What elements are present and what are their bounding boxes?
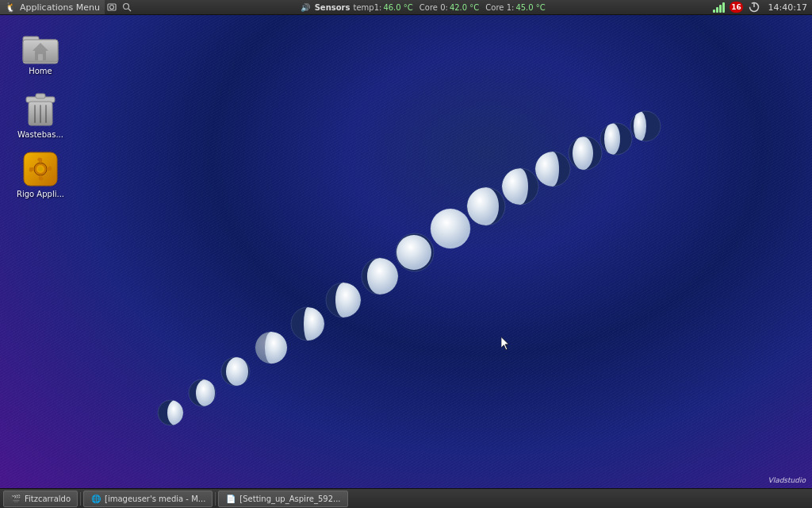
taskbar: 🎬 Fitzcarraldo 🌐 [imageuser's media - M.… (0, 488, 812, 508)
top-panel: 🐧 Applications Menu 🔊 Sensors (0, 0, 812, 15)
svg-line-3 (128, 9, 131, 11)
sensors-area: 🔊 Sensors temp1: 46.0 °C Core 0: 42.0 °C… (301, 3, 546, 12)
screenshot-button[interactable] (105, 0, 120, 15)
svg-point-66 (634, 111, 646, 141)
setting-aspire-favicon: 📄 (225, 493, 236, 504)
svg-point-51 (431, 209, 470, 248)
desktop: 🐧 Applications Menu 🔊 Sensors (0, 0, 812, 508)
setting-aspire-label: [Setting_up_Aspire_592... (239, 495, 340, 503)
taskbar-separator-1 (80, 492, 81, 506)
power-button[interactable] (746, 0, 762, 15)
svg-point-55 (502, 168, 538, 205)
panel-right: 16 14:40:17 (711, 0, 812, 14)
svg-point-40 (255, 332, 287, 364)
svg-point-59 (569, 137, 602, 170)
svg-point-60 (573, 137, 593, 170)
rigo-icon-image (21, 150, 59, 188)
wifi-bars (713, 2, 725, 13)
svg-point-37 (221, 357, 250, 386)
home-icon[interactable]: Home (12, 24, 69, 79)
svg-point-57 (535, 152, 570, 187)
imageuser-label: [imageuser's media - M... (105, 495, 205, 503)
svg-marker-67 (501, 337, 508, 349)
svg-point-61 (600, 123, 632, 155)
svg-point-54 (502, 168, 538, 205)
svg-point-44 (326, 283, 361, 318)
home-label: Home (29, 67, 52, 76)
mouse-cursor (501, 337, 511, 351)
svg-point-49 (396, 233, 434, 271)
svg-point-52 (467, 187, 505, 225)
svg-point-33 (189, 379, 216, 406)
fitzcarraldo-favicon: 🎬 (10, 493, 21, 504)
svg-point-53 (467, 187, 505, 225)
apps-menu-label: Applications Menu (20, 2, 100, 13)
svg-point-56 (535, 152, 570, 187)
network-icon[interactable] (711, 0, 727, 15)
wastebasket-icon[interactable]: Wastebas... (12, 87, 69, 143)
svg-point-47 (362, 258, 398, 294)
svg-point-2 (124, 4, 129, 10)
svg-point-58 (569, 137, 602, 170)
apps-menu-button[interactable]: 🐧 Applications Menu (0, 0, 105, 14)
search-button[interactable] (120, 0, 135, 15)
panel-left: 🐧 Applications Menu (0, 0, 135, 14)
svg-point-43 (291, 307, 324, 341)
svg-point-30 (158, 400, 183, 425)
moon-phases-decoration (151, 103, 706, 460)
core0-value: 42.0 °C (450, 3, 479, 12)
notification-count: 16 (730, 2, 743, 13)
svg-point-38 (226, 357, 248, 386)
wastebasket-label: Wastebas... (17, 130, 63, 140)
imageuser-favicon: 🌐 (90, 493, 102, 504)
svg-point-36 (221, 357, 250, 386)
volume-icon: 🔊 (301, 3, 310, 12)
svg-rect-11 (38, 54, 43, 60)
core1-value: 45.0 °C (515, 3, 545, 12)
sensors-label: Sensors (315, 3, 350, 12)
fitzcarraldo-label: Fitzcarraldo (25, 495, 71, 503)
svg-point-48 (396, 233, 434, 271)
temp1-value: 46.0 °C (383, 3, 412, 12)
taskbar-item-imageuser[interactable]: 🌐 [imageuser's media - M... (83, 491, 213, 507)
home-icon-image (21, 27, 59, 65)
svg-point-29 (38, 167, 43, 171)
core0-label: Core 0: (419, 3, 448, 12)
watermark-text: Vladstudio (768, 476, 806, 484)
rigo-appli-icon[interactable]: Rigo Appli... (12, 147, 69, 202)
svg-point-50 (396, 235, 431, 270)
rigo-label: Rigo Appli... (17, 190, 64, 199)
svg-point-31 (158, 400, 183, 425)
svg-point-62 (600, 123, 632, 155)
svg-point-35 (196, 379, 215, 406)
notification-area[interactable]: 16 (729, 0, 745, 15)
svg-point-34 (189, 379, 216, 406)
taskbar-item-setting-aspire[interactable]: 📄 [Setting_up_Aspire_592... (218, 491, 347, 507)
svg-point-32 (167, 400, 183, 425)
temp1-label: temp1: (353, 3, 381, 12)
svg-point-45 (326, 283, 361, 318)
svg-point-65 (630, 111, 661, 141)
taskbar-separator-2 (215, 492, 216, 506)
svg-point-63 (604, 123, 620, 155)
apps-menu-icon: 🐧 (5, 2, 17, 13)
core1-label: Core 1: (485, 3, 514, 12)
svg-point-1 (110, 6, 114, 10)
clock-display[interactable]: 14:40:17 (764, 2, 812, 13)
svg-point-41 (255, 332, 287, 364)
svg-point-39 (255, 332, 287, 364)
taskbar-item-fitzcarraldo[interactable]: 🎬 Fitzcarraldo (3, 491, 78, 507)
svg-rect-13 (36, 94, 45, 98)
svg-point-42 (291, 307, 324, 341)
svg-point-46 (362, 258, 398, 294)
wastebasket-icon-image (21, 90, 59, 129)
svg-point-64 (630, 111, 661, 141)
